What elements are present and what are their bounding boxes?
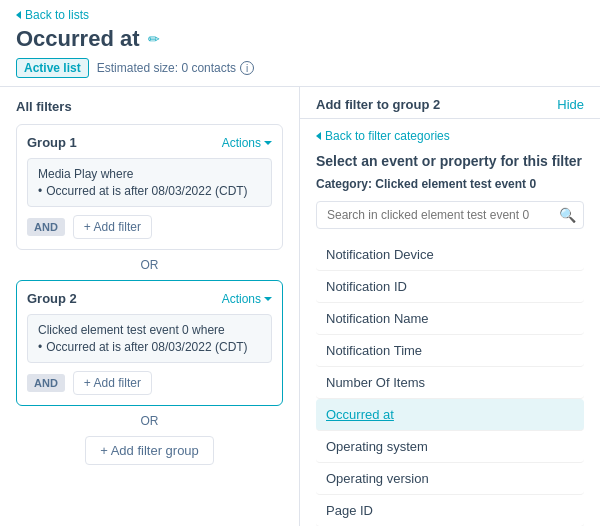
right-panel-body: Back to filter categories Select an even… xyxy=(300,119,600,526)
group-2-and-badge: AND xyxy=(27,374,65,392)
filter-list-item[interactable]: Notification Device xyxy=(316,239,584,271)
group-1-filter-card: Media Play where • Occurred at is after … xyxy=(27,158,272,207)
estimated-label: Estimated size: 0 contacts xyxy=(97,61,236,75)
group-1-and-add-row: AND + Add filter xyxy=(27,215,272,239)
group-1-event: Media Play where xyxy=(38,167,261,181)
filter-list-item[interactable]: Operating version xyxy=(316,463,584,495)
all-filters-title: All filters xyxy=(16,99,283,114)
filter-item-link[interactable]: Occurred at xyxy=(326,407,394,422)
subtitle-row: Active list Estimated size: 0 contacts i xyxy=(16,58,584,78)
group-2-event: Clicked element test event 0 where xyxy=(38,323,261,337)
group-2-add-filter-button[interactable]: + Add filter xyxy=(73,371,152,395)
filter-list-item[interactable]: Notification Name xyxy=(316,303,584,335)
page-title: Occurred at xyxy=(16,26,140,52)
group-2-box: Group 2 Actions Clicked element test eve… xyxy=(16,280,283,406)
group-1-condition: • Occurred at is after 08/03/2022 (CDT) xyxy=(38,184,261,198)
estimated-size: Estimated size: 0 contacts i xyxy=(97,61,254,75)
hide-button[interactable]: Hide xyxy=(557,97,584,112)
title-row: Occurred at ✏ xyxy=(16,26,584,52)
edit-icon[interactable]: ✏ xyxy=(148,31,160,47)
add-filter-group-button[interactable]: + Add filter group xyxy=(85,436,214,465)
back-chevron-icon xyxy=(16,11,21,19)
search-box: 🔍 xyxy=(316,201,584,229)
filter-list-item[interactable]: Notification ID xyxy=(316,271,584,303)
select-heading: Select an event or property for this fil… xyxy=(316,153,584,169)
search-input[interactable] xyxy=(316,201,584,229)
group-1-actions-chevron-icon xyxy=(264,141,272,145)
search-icon[interactable]: 🔍 xyxy=(559,207,576,223)
right-header-title: Add filter to group 2 xyxy=(316,97,440,112)
group-2-and-add-row: AND + Add filter xyxy=(27,371,272,395)
group-2-condition: • Occurred at is after 08/03/2022 (CDT) xyxy=(38,340,261,354)
group-1-and-badge: AND xyxy=(27,218,65,236)
right-panel: Add filter to group 2 Hide Back to filte… xyxy=(300,87,600,526)
back-to-categories-link[interactable]: Back to filter categories xyxy=(316,129,584,143)
back-categories-chevron-icon xyxy=(316,132,321,140)
category-line: Category: Clicked element test event 0 xyxy=(316,177,584,191)
filter-list-item[interactable]: Number Of Items xyxy=(316,367,584,399)
group-1-actions-button[interactable]: Actions xyxy=(222,136,272,150)
filter-list-item[interactable]: Occurred at xyxy=(316,399,584,431)
group-2-actions-button[interactable]: Actions xyxy=(222,292,272,306)
group-1-box: Group 1 Actions Media Play where • Occur… xyxy=(16,124,283,250)
left-panel: All filters Group 1 Actions Media Play w… xyxy=(0,87,300,526)
group-1-header: Group 1 Actions xyxy=(27,135,272,150)
group-2-filter-card: Clicked element test event 0 where • Occ… xyxy=(27,314,272,363)
group-1-label: Group 1 xyxy=(27,135,77,150)
or-divider-2: OR xyxy=(16,414,283,428)
bullet-icon: • xyxy=(38,184,42,198)
filter-list-item[interactable]: Notification Time xyxy=(316,335,584,367)
info-icon[interactable]: i xyxy=(240,61,254,75)
category-label: Category: xyxy=(316,177,372,191)
group-2-header: Group 2 Actions xyxy=(27,291,272,306)
back-link-label: Back to lists xyxy=(25,8,89,22)
group-2-label: Group 2 xyxy=(27,291,77,306)
category-value: Clicked element test event 0 xyxy=(375,177,536,191)
group-1-add-filter-button[interactable]: + Add filter xyxy=(73,215,152,239)
active-badge: Active list xyxy=(16,58,89,78)
bullet-icon-2: • xyxy=(38,340,42,354)
right-panel-header: Add filter to group 2 Hide xyxy=(300,87,600,119)
page-header: Back to lists Occurred at ✏ Active list … xyxy=(0,0,600,78)
main-content: All filters Group 1 Actions Media Play w… xyxy=(0,86,600,526)
group-2-actions-chevron-icon xyxy=(264,297,272,301)
filter-items-list: Notification DeviceNotification IDNotifi… xyxy=(316,239,584,526)
filter-list-item[interactable]: Operating system xyxy=(316,431,584,463)
filter-list-item[interactable]: Page ID xyxy=(316,495,584,526)
or-divider-1: OR xyxy=(16,258,283,272)
back-to-lists-link[interactable]: Back to lists xyxy=(16,8,584,22)
